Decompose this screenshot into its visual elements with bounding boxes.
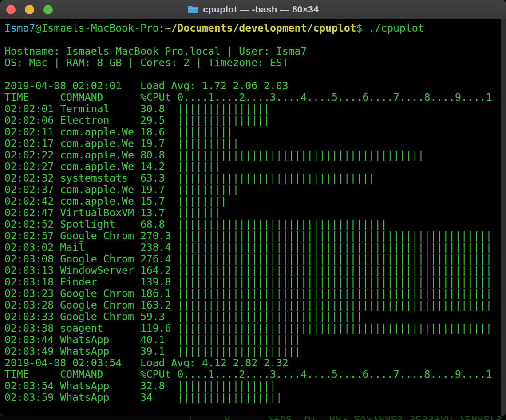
minimize-button[interactable]: [25, 5, 34, 14]
terminal-line: 02:03:59 WhatsApp 34 |||||||||||||||||: [4, 392, 506, 403]
window-title-group: cpuplot — -bash — 80×34: [187, 4, 319, 15]
terminal-line: 02:03:08 Google Chrom 276.4 ||||||||||||…: [4, 253, 506, 265]
folder-icon: [187, 5, 198, 14]
terminal-line: 02:02:37 com.apple.We 19.7 ||||||||||: [4, 184, 506, 195]
terminal-line: Hostname: Ismaels-MacBook-Pro.local | Us…: [4, 45, 506, 57]
terminal-line: 2019-04-08 02:03:54 Load Avg: 4.12 2.82 …: [4, 357, 506, 368]
terminal-line: 02:03:02 Mail 238.4 ||||||||||||||||||||…: [4, 242, 506, 253]
terminal-line: Isma7@Ismaels-MacBook-Pro:~/Documents/de…: [4, 22, 506, 34]
terminal-line: 2019-04-08 02:02:01 Load Avg: 1.72 2.06 …: [4, 80, 506, 91]
terminal-line: 02:02:01 Terminal 30.8 |||||||||||||||: [4, 103, 506, 115]
terminal-line: 02:03:54 WhatsApp 32.8 ||||||||||||||||: [4, 380, 506, 392]
terminal-line: TIME COMMAND %CPUt 0....1....2....3....4…: [4, 91, 506, 103]
terminal-line: 02:03:13 WindowServer 164.2 ||||||||||||…: [4, 265, 506, 276]
terminal-window: cpuplot — -bash — 80×34 Isma7@Ismaels-Ma…: [0, 0, 506, 416]
terminal-line: 02:03:38 soagent 119.6 |||||||||||||||||…: [4, 322, 506, 334]
terminal-line: 02:02:22 com.apple.We 80.8 |||||||||||||…: [4, 149, 506, 161]
window-title: cpuplot — -bash — 80×34: [203, 4, 319, 15]
terminal-line: 02:02:57 Google Chrom 270.3 ||||||||||||…: [4, 230, 506, 242]
terminal-line: TIME COMMAND %CPUt 0....1....2....3....4…: [4, 368, 506, 380]
terminal-line: [4, 34, 506, 45]
terminal-line: 02:03:33 Google Chrom 59.3 |||||||||||||…: [4, 311, 506, 322]
terminal-line: 02:03:28 Google Chrom 163.2 ||||||||||||…: [4, 299, 506, 311]
scrollbar-track[interactable]: [501, 19, 506, 416]
terminal-line: 02:03:49 WhatsApp 39.1 |||||||||||||||||…: [4, 345, 506, 357]
close-button[interactable]: [6, 5, 16, 14]
terminal-line: 02:02:42 com.apple.We 15.7 ||||||||: [4, 195, 506, 207]
terminal-line: 02:02:52 Spotlight 68.8 ||||||||||||||||…: [4, 218, 506, 230]
terminal-line: [4, 68, 506, 80]
terminal-line: 02:02:32 systemstats 63.3 ||||||||||||||…: [4, 172, 506, 184]
terminal-line: 02:03:23 Google Chrom 186.1 ||||||||||||…: [4, 288, 506, 299]
terminal-line: 02:02:11 com.apple.We 18.6 |||||||||: [4, 126, 506, 138]
terminal-output: Isma7@Ismaels-MacBook-Pro:~/Documents/de…: [4, 22, 506, 403]
terminal-line: 02:02:27 com.apple.We 14.2 |||||||: [4, 161, 506, 172]
title-bar[interactable]: cpuplot — -bash — 80×34: [0, 0, 506, 19]
terminal-line: OS: Mac | RAM: 8 GB | Cores: 2 | Timezon…: [4, 57, 506, 68]
terminal-line: 02:03:44 WhatsApp 40.1 |||||||||||||||||…: [4, 334, 506, 345]
zoom-button[interactable]: [43, 5, 53, 14]
terminal-line: 02:02:47 VirtualBoxVM 13.7 |||||||: [4, 207, 506, 218]
traffic-lights: [6, 0, 53, 19]
terminal-line: 02:02:06 Electron 29.5 |||||||||||||||: [4, 115, 506, 126]
terminal-content: Isma7@Ismaels-MacBook-Pro:~/Documents/de…: [0, 19, 506, 416]
terminal-line: 02:02:17 com.apple.We 19.7 ||||||||||: [4, 138, 506, 149]
terminal-line: 02:03:18 Finder 139.8 ||||||||||||||||||…: [4, 276, 506, 288]
